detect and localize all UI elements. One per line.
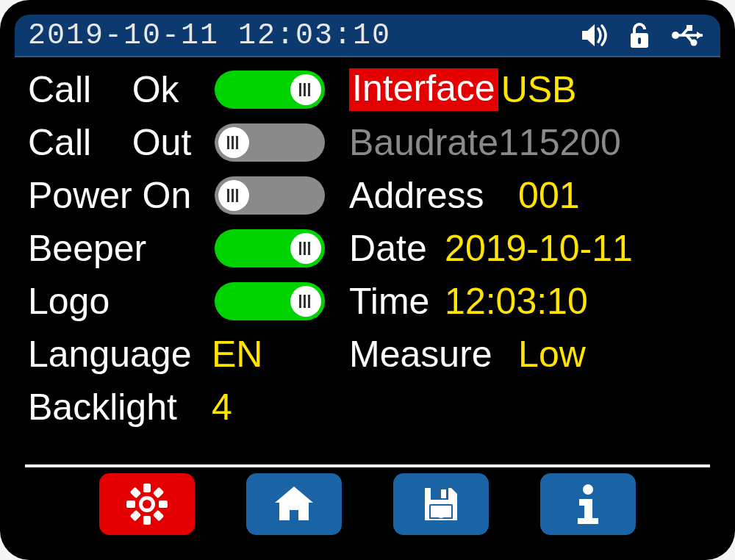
svg-rect-8 — [143, 516, 151, 525]
row-address[interactable]: Address 001 — [349, 169, 711, 222]
date-value: 2019-10-11 — [445, 230, 633, 267]
address-label: Address — [349, 177, 518, 214]
svg-rect-1 — [638, 37, 641, 44]
svg-point-5 — [691, 40, 698, 46]
unlock-icon — [628, 21, 651, 49]
svg-point-27 — [583, 484, 593, 495]
svg-rect-11 — [153, 487, 165, 499]
bottom-nav — [15, 467, 720, 545]
svg-rect-17 — [441, 489, 446, 498]
row-baudrate: Baudrate 115200 — [349, 116, 711, 169]
status-bar: 2019-10-11 12:03:10 — [15, 15, 720, 57]
save-button[interactable] — [393, 473, 489, 535]
beeper-toggle[interactable] — [215, 229, 325, 268]
usb-icon — [670, 24, 707, 46]
power-on-toggle[interactable] — [215, 176, 325, 215]
language-label: Language — [28, 336, 212, 373]
screen: 2019-10-11 12:03:10 — [15, 15, 720, 545]
status-datetime: 2019-10-11 12:03:10 — [28, 19, 581, 52]
measure-label: Measure — [349, 336, 518, 373]
baudrate-value: 115200 — [498, 124, 621, 161]
settings-button[interactable] — [99, 473, 195, 535]
language-value: EN — [212, 336, 262, 373]
power-on-label: Power On — [28, 177, 212, 214]
date-label: Date — [349, 230, 445, 267]
logo-label: Logo — [28, 283, 212, 320]
backlight-value: 4 — [212, 389, 232, 426]
svg-rect-12 — [130, 510, 142, 522]
main-area: Call Ok Call Out Power On Beeper L — [15, 57, 720, 460]
gear-icon — [125, 482, 169, 526]
call-out-label: Call Out — [28, 124, 212, 161]
logo-toggle[interactable] — [215, 282, 325, 320]
beeper-label: Beeper — [28, 230, 212, 267]
backlight-label: Backlight — [28, 389, 212, 426]
info-icon — [573, 483, 603, 525]
measure-value: Low — [518, 336, 586, 373]
call-ok-label: Call Ok — [28, 71, 212, 108]
svg-rect-7 — [143, 484, 151, 492]
row-date[interactable]: Date 2019-10-11 — [349, 222, 711, 275]
svg-point-15 — [143, 500, 151, 509]
call-ok-toggle[interactable] — [215, 71, 325, 109]
device-frame: 2019-10-11 12:03:10 — [0, 0, 735, 560]
call-out-toggle[interactable] — [215, 123, 325, 162]
baudrate-label: Baudrate — [349, 124, 498, 161]
svg-rect-4 — [686, 25, 692, 31]
time-label: Time — [349, 283, 445, 320]
svg-rect-14 — [153, 510, 165, 522]
row-interface[interactable]: Interface USB — [349, 63, 711, 116]
svg-rect-9 — [126, 500, 135, 508]
status-icons — [581, 21, 707, 49]
settings-right-column: Interface USB Baudrate 115200 Address 00… — [349, 63, 711, 460]
row-call-ok[interactable]: Call Ok — [28, 63, 349, 116]
row-logo[interactable]: Logo — [28, 275, 349, 328]
save-icon — [420, 484, 462, 525]
row-beeper[interactable]: Beeper — [28, 222, 349, 275]
address-value: 001 — [518, 177, 579, 214]
interface-value: USB — [501, 71, 577, 108]
speaker-icon — [581, 23, 609, 48]
home-icon — [272, 484, 316, 525]
settings-left-column: Call Ok Call Out Power On Beeper L — [28, 63, 349, 460]
svg-rect-30 — [578, 518, 598, 524]
time-value: 12:03:10 — [445, 283, 588, 320]
interface-label: Interface — [349, 68, 498, 111]
row-call-out[interactable]: Call Out — [28, 116, 349, 169]
row-language[interactable]: Language EN — [28, 328, 349, 381]
home-button[interactable] — [246, 473, 342, 535]
info-button[interactable] — [540, 473, 636, 535]
row-time[interactable]: Time 12:03:10 — [349, 275, 711, 328]
svg-rect-13 — [130, 487, 142, 499]
row-measure[interactable]: Measure Low — [349, 328, 711, 381]
row-power-on[interactable]: Power On — [28, 169, 349, 222]
svg-rect-10 — [159, 500, 168, 508]
svg-rect-29 — [584, 499, 592, 521]
row-backlight[interactable]: Backlight 4 — [28, 381, 349, 434]
